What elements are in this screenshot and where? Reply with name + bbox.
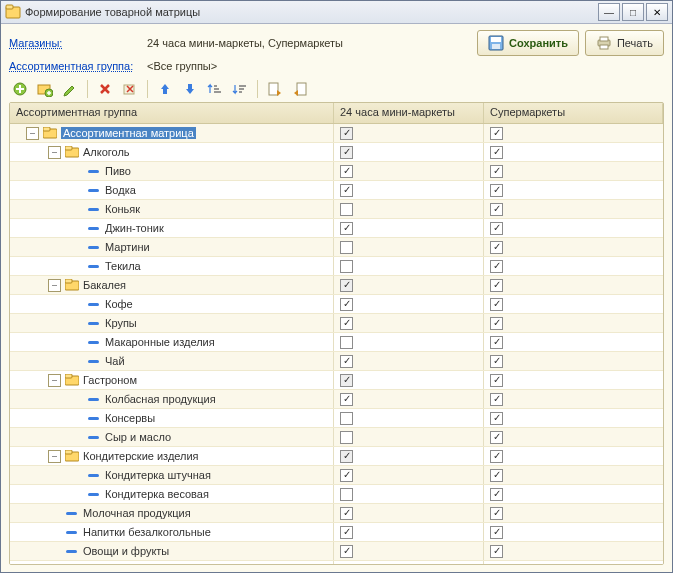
tree-row[interactable]: Овощи и фрукты — [10, 542, 663, 561]
checkbox[interactable] — [340, 545, 353, 558]
checkbox[interactable] — [340, 165, 353, 178]
maximize-button[interactable]: □ — [622, 3, 644, 21]
column-header-c1[interactable]: 24 часа мини-маркеты — [334, 103, 484, 123]
checkbox[interactable] — [490, 203, 503, 216]
checkbox[interactable] — [340, 507, 353, 520]
toggle-icon[interactable]: – — [48, 374, 61, 387]
tree-row[interactable]: Кофе — [10, 295, 663, 314]
load-from-doc-button[interactable] — [264, 78, 286, 100]
checkbox[interactable] — [490, 298, 503, 311]
checkbox[interactable] — [490, 184, 503, 197]
tree-row[interactable]: Кондитерка весовая — [10, 485, 663, 504]
svg-rect-30 — [88, 341, 99, 344]
tree-row[interactable]: –Алкоголь — [10, 143, 663, 162]
checkbox[interactable] — [340, 469, 353, 482]
checkbox[interactable] — [340, 127, 353, 140]
tree-row[interactable]: Колбасная продукция — [10, 390, 663, 409]
tree-row[interactable]: Джин-тоник — [10, 219, 663, 238]
tree-row[interactable]: Текила — [10, 257, 663, 276]
checkbox[interactable] — [490, 374, 503, 387]
close-button[interactable]: ✕ — [646, 3, 668, 21]
move-up-button[interactable] — [154, 78, 176, 100]
checkbox[interactable] — [340, 317, 353, 330]
tree-row[interactable]: Напитки безалкогольные — [10, 523, 663, 542]
checkbox[interactable] — [490, 507, 503, 520]
save-button[interactable]: Сохранить — [477, 30, 579, 56]
checkbox[interactable] — [340, 241, 353, 254]
move-down-button[interactable] — [179, 78, 201, 100]
tree-row[interactable]: Сыр и масло — [10, 428, 663, 447]
tree-row[interactable]: Молочная продукция — [10, 504, 663, 523]
grid-body[interactable]: –Ассортиментная матрица–АлкогольПивоВодк… — [10, 124, 663, 564]
checkbox[interactable] — [490, 393, 503, 406]
sort-asc-button[interactable] — [204, 78, 226, 100]
checkbox[interactable] — [490, 260, 503, 273]
toggle-icon[interactable]: – — [48, 450, 61, 463]
checkbox[interactable] — [490, 526, 503, 539]
tree-row[interactable]: –Ассортиментная матрица — [10, 124, 663, 143]
save-to-doc-button[interactable] — [289, 78, 311, 100]
minimize-button[interactable]: — — [598, 3, 620, 21]
tree-row[interactable]: Водка — [10, 181, 663, 200]
checkbox[interactable] — [340, 222, 353, 235]
mark-delete-button[interactable] — [119, 78, 141, 100]
checkbox[interactable] — [490, 355, 503, 368]
checkbox[interactable] — [490, 241, 503, 254]
tree-row[interactable]: Кондитерка штучная — [10, 466, 663, 485]
toggle-icon[interactable]: – — [48, 279, 61, 292]
checkbox[interactable] — [340, 355, 353, 368]
checkbox[interactable] — [340, 374, 353, 387]
checkbox[interactable] — [340, 393, 353, 406]
delete-button[interactable] — [94, 78, 116, 100]
toggle-icon[interactable]: – — [48, 146, 61, 159]
checkbox[interactable] — [340, 298, 353, 311]
tree-row[interactable]: Специи — [10, 561, 663, 564]
column-header-name[interactable]: Ассортиментная группа — [10, 103, 334, 123]
checkbox[interactable] — [340, 488, 353, 501]
print-button[interactable]: Печать — [585, 30, 664, 56]
tree-row[interactable]: Пиво — [10, 162, 663, 181]
tree-row[interactable]: Консервы — [10, 409, 663, 428]
toggle-icon[interactable]: – — [26, 127, 39, 140]
column-header-c2[interactable]: Супермаркеты — [484, 103, 663, 123]
sort-desc-button[interactable] — [229, 78, 251, 100]
checkbox[interactable] — [490, 317, 503, 330]
checkbox[interactable] — [490, 564, 503, 565]
checkbox[interactable] — [340, 526, 353, 539]
tree-row[interactable]: Макаронные изделия — [10, 333, 663, 352]
checkbox[interactable] — [340, 450, 353, 463]
checkbox[interactable] — [490, 279, 503, 292]
checkbox[interactable] — [490, 336, 503, 349]
checkbox[interactable] — [490, 469, 503, 482]
checkbox[interactable] — [490, 165, 503, 178]
add-group-button[interactable] — [34, 78, 56, 100]
checkbox[interactable] — [340, 431, 353, 444]
tree-row[interactable]: –Кондитерские изделия — [10, 447, 663, 466]
tree-row[interactable]: Коньяк — [10, 200, 663, 219]
checkbox[interactable] — [490, 412, 503, 425]
checkbox[interactable] — [340, 279, 353, 292]
checkbox[interactable] — [340, 564, 353, 565]
stores-label[interactable]: Магазины: — [9, 37, 139, 49]
tree-row[interactable]: Крупы — [10, 314, 663, 333]
checkbox[interactable] — [340, 412, 353, 425]
tree-row[interactable]: Чай — [10, 352, 663, 371]
checkbox[interactable] — [490, 450, 503, 463]
checkbox[interactable] — [490, 431, 503, 444]
checkbox[interactable] — [340, 260, 353, 273]
checkbox[interactable] — [490, 146, 503, 159]
checkbox[interactable] — [340, 184, 353, 197]
checkbox[interactable] — [490, 488, 503, 501]
add-button[interactable] — [9, 78, 31, 100]
checkbox[interactable] — [340, 203, 353, 216]
checkbox[interactable] — [490, 127, 503, 140]
checkbox[interactable] — [490, 222, 503, 235]
tree-row[interactable]: –Гастроном — [10, 371, 663, 390]
checkbox[interactable] — [490, 545, 503, 558]
group-label[interactable]: Ассортиментная группа: — [9, 60, 139, 72]
checkbox[interactable] — [340, 336, 353, 349]
edit-button[interactable] — [59, 78, 81, 100]
checkbox[interactable] — [340, 146, 353, 159]
tree-row[interactable]: –Бакалея — [10, 276, 663, 295]
tree-row[interactable]: Мартини — [10, 238, 663, 257]
